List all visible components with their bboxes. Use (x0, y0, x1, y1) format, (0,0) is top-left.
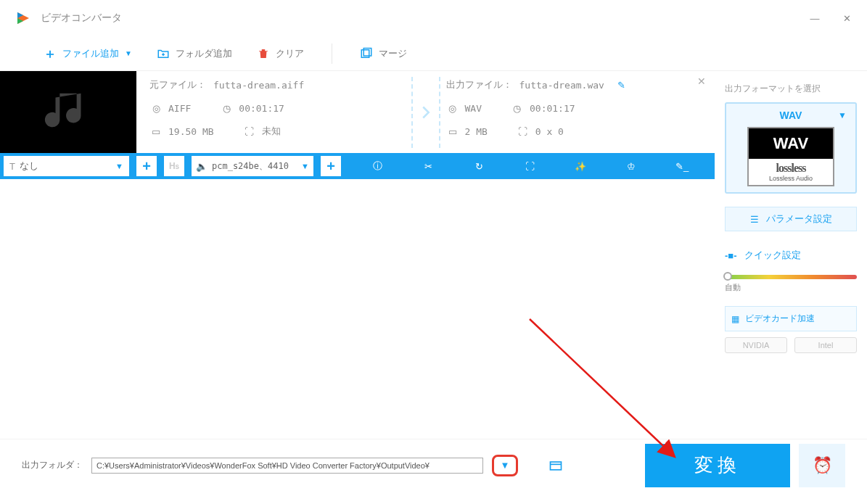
clock-icon: ◷ (511, 102, 524, 115)
remove-file-button[interactable]: ✕ (697, 75, 706, 87)
edit-icon[interactable]: ✎ (617, 80, 625, 91)
audio-codec-value: pcm_s24be、4410 (212, 160, 289, 173)
selected-format-label: WAV (780, 110, 802, 121)
output-file-name: futta-dream.wav (519, 80, 604, 91)
size-icon: ▭ (446, 125, 459, 138)
format-selector[interactable]: WAV ▼ WAV lossless Lossless Audio (725, 102, 857, 194)
source-column: 元ファイル： futta-dream.aiff ◎AIFF ◷00:01:17 … (144, 77, 411, 147)
parameter-label: パラメータ設定 (766, 212, 832, 226)
bottom-bar: 出力フォルダ： ▼ 変換 ⏰ (0, 439, 867, 491)
effects-icon[interactable]: ✨ (572, 158, 588, 174)
slider-knob[interactable] (723, 272, 732, 281)
path-dropdown-button[interactable]: ▼ (492, 455, 518, 476)
hardsub-button[interactable]: Hs (163, 155, 185, 177)
nvidia-badge: NVIDIA (725, 337, 787, 353)
titlebar: ビデオコンバータ — ✕ (0, 0, 867, 36)
options-bar: T なし ▼ + Hs 🔈 pcm_s24be、4410 ▼ + ⓘ ✂ ↻ ⛶… (0, 153, 715, 179)
conversion-arrow (411, 77, 440, 147)
source-duration: 00:01:17 (239, 103, 284, 114)
convert-button[interactable]: 変換 (645, 444, 790, 487)
output-folder-label: 出力フォルダ： (22, 459, 83, 471)
info-icon[interactable]: ⓘ (369, 158, 385, 174)
plus-icon: ＋ (44, 45, 57, 62)
dimension-icon: ⛶ (243, 125, 256, 138)
add-file-button[interactable]: ＋ ファイル追加 ▼ (44, 45, 132, 62)
chip-icon: ▦ (731, 314, 739, 324)
rotate-icon[interactable]: ↻ (471, 158, 487, 174)
separator (332, 44, 332, 64)
subtitle-value: なし (20, 160, 38, 173)
sidebar-title: 出力フォーマットを選択 (725, 83, 857, 95)
watermark-icon[interactable]: ♔ (623, 158, 639, 174)
gpu-label: ビデオカード加速 (745, 313, 815, 325)
add-folder-button[interactable]: フォルダ追加 (157, 47, 232, 60)
browse-folder-icon[interactable] (548, 458, 563, 473)
minimize-button[interactable]: — (809, 13, 821, 24)
output-duration: 00:01:17 (530, 103, 575, 114)
window-title: ビデオコンバータ (41, 12, 122, 25)
lossless-label: lossless (752, 162, 830, 175)
source-file-name: futta-dream.aiff (213, 80, 304, 91)
size-icon: ▭ (149, 125, 163, 138)
svg-rect-2 (551, 462, 562, 470)
dash-icon: -■- (725, 250, 737, 261)
format-icon: ◎ (149, 102, 163, 115)
audio-codec-select[interactable]: 🔈 pcm_s24be、4410 ▼ (191, 155, 314, 177)
file-card: ✕ 元ファイル： futta-dream.aiff ◎AIFF ◷00:01:1… (0, 71, 715, 153)
chevron-down-icon: ▼ (115, 162, 123, 170)
chevron-down-icon: ▼ (838, 110, 847, 120)
output-resolution: 0 x 0 (535, 126, 564, 137)
file-thumbnail[interactable] (0, 71, 136, 153)
subtitle-select[interactable]: T なし ▼ (3, 155, 130, 177)
lossless-sub: Lossless Audio (752, 175, 830, 182)
dimension-icon: ⛶ (517, 125, 530, 138)
sliders-icon: ☰ (750, 214, 759, 225)
chevron-down-icon: ▼ (125, 49, 132, 57)
source-size: 19.50 MB (168, 126, 214, 137)
trash-icon (257, 47, 270, 60)
output-path-input[interactable] (91, 458, 483, 474)
source-resolution: 未知 (262, 125, 281, 138)
merge-label: マージ (379, 47, 407, 60)
gpu-accel-toggle[interactable]: ▦ ビデオカード加速 (725, 306, 857, 331)
folder-plus-icon (157, 47, 170, 60)
intel-badge: Intel (794, 337, 857, 353)
quick-settings-label: クイック設定 (744, 249, 801, 262)
chevron-down-icon: ▼ (301, 162, 309, 170)
clear-button[interactable]: クリア (257, 47, 304, 60)
crop-icon[interactable]: ⛶ (522, 158, 538, 174)
add-file-label: ファイル追加 (62, 47, 119, 60)
merge-icon (360, 47, 373, 60)
edit-tool-icon[interactable]: ✎_ (674, 158, 690, 174)
format-big-label: WAV (749, 128, 833, 159)
schedule-button[interactable]: ⏰ (799, 444, 845, 487)
output-file-label: 出力ファイル： (446, 78, 512, 91)
add-folder-label: フォルダ追加 (176, 47, 232, 60)
source-format: AIFF (168, 103, 191, 114)
output-column: 出力ファイル： futta-dream.wav ✎ ◎WAV ◷00:01:17… (440, 77, 708, 147)
output-size: 2 MB (465, 126, 488, 137)
quality-slider[interactable] (725, 275, 857, 279)
quick-settings-header: -■- クイック設定 (725, 249, 857, 262)
source-file-label: 元ファイル： (149, 78, 206, 91)
clear-label: クリア (276, 47, 304, 60)
main-toolbar: ＋ ファイル追加 ▼ フォルダ追加 クリア マージ (0, 36, 867, 71)
output-format: WAV (465, 103, 482, 114)
clock-icon: ◷ (220, 102, 233, 115)
format-sidebar: 出力フォーマットを選択 WAV ▼ WAV lossless Lossless … (715, 71, 867, 439)
merge-button[interactable]: マージ (360, 47, 407, 60)
app-logo-icon (15, 9, 32, 27)
parameter-settings-button[interactable]: ☰ パラメータ設定 (725, 207, 857, 231)
close-button[interactable]: ✕ (841, 13, 852, 24)
format-tile: WAV lossless Lossless Audio (747, 127, 834, 186)
auto-label: 自動 (725, 282, 857, 293)
add-subtitle-button[interactable]: + (136, 155, 157, 177)
format-icon: ◎ (446, 102, 459, 115)
add-audio-button[interactable]: + (320, 155, 342, 177)
music-note-icon (43, 87, 94, 138)
cut-icon[interactable]: ✂ (420, 158, 436, 174)
